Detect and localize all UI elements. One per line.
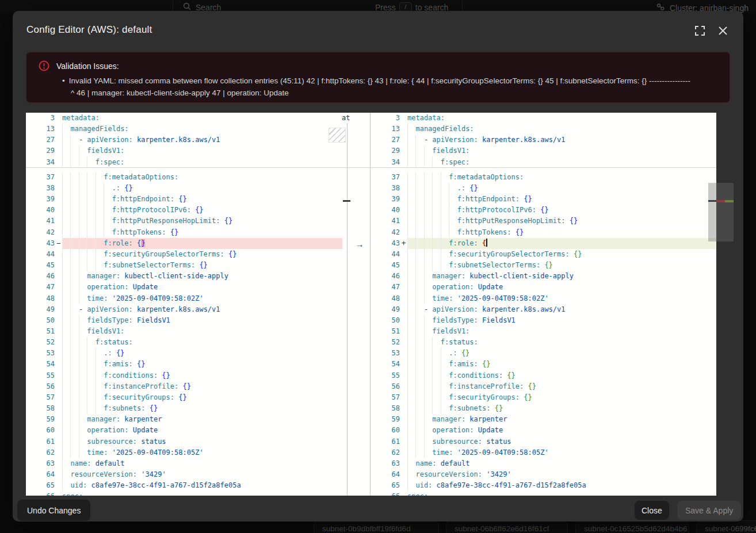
line-number: 29 xyxy=(371,145,400,156)
original-line-57[interactable]: 57f:securityGroups: {} xyxy=(26,392,342,403)
line-number: 45 xyxy=(371,260,400,271)
original-line-44[interactable]: 44f:securityGroupSelectorTerms: {} xyxy=(26,249,342,260)
original-sticky-line-29[interactable]: 29fieldsV1: xyxy=(26,145,342,156)
diff-sign xyxy=(400,282,407,293)
original-line-47[interactable]: 47operation: Update xyxy=(26,282,342,293)
line-number: 52 xyxy=(371,337,400,348)
diff-revert-arrow[interactable]: → xyxy=(347,239,372,250)
original-line-45[interactable]: 45f:subnetSelectorTerms: {} xyxy=(26,260,342,271)
original-line-40[interactable]: 40f:httpProtocolIPv6: {} xyxy=(26,205,342,216)
line-number: 41 xyxy=(26,216,55,227)
modified-line-42[interactable]: 42f:httpTokens: {} xyxy=(371,227,716,238)
diff-mark-deleted xyxy=(716,200,725,202)
modified-line-50[interactable]: 50fieldsType: FieldsV1 xyxy=(371,315,716,326)
modified-line-40[interactable]: 40f:httpProtocolIPv6: {} xyxy=(371,205,716,216)
code-text: f:conditions: {} xyxy=(62,370,342,381)
modified-line-63[interactable]: 63name: default xyxy=(371,458,716,469)
diff-gutter-border-left xyxy=(347,113,348,496)
original-line-66[interactable]: 66spec: xyxy=(26,491,342,496)
undo-changes-button[interactable]: Undo Changes xyxy=(17,500,90,521)
original-line-54[interactable]: 54f:amis: {} xyxy=(26,359,342,370)
diff-pane-original[interactable]: 3metadata:13managedFields:27- apiVersion… xyxy=(26,113,342,496)
modified-line-59[interactable]: 59manager: karpenter xyxy=(371,414,716,425)
original-line-55[interactable]: 55f:conditions: {} xyxy=(26,370,342,381)
original-line-50[interactable]: 50fieldsType: FieldsV1 xyxy=(26,315,342,326)
modified-line-57[interactable]: 57f:securityGroups: {} xyxy=(371,392,716,403)
original-line-48[interactable]: 48time: '2025-09-04T09:58:02Z' xyxy=(26,293,342,304)
original-sticky-line-13[interactable]: 13managedFields: xyxy=(26,124,342,135)
editor-scrollbar-slider[interactable] xyxy=(708,183,716,241)
fullscreen-icon[interactable] xyxy=(695,26,705,36)
original-line-61[interactable]: 61subresource: status xyxy=(26,436,342,447)
validation-message: •Invalid YAML: missed comma between flow… xyxy=(62,75,724,99)
original-sticky-line-27[interactable]: 27- apiVersion: karpenter.k8s.aws/v1 xyxy=(26,135,342,145)
modified-line-55[interactable]: 55f:conditions: {} xyxy=(371,370,716,381)
modified-line-60[interactable]: 60operation: Update xyxy=(371,425,716,436)
original-line-41[interactable]: 41f:httpPutResponseHopLimit: {} xyxy=(26,216,342,227)
modified-line-56[interactable]: 56f:instanceProfile: {} xyxy=(371,381,716,392)
modified-sticky-line-3[interactable]: 3metadata: xyxy=(371,113,716,124)
original-line-60[interactable]: 60operation: Update xyxy=(26,425,342,436)
modified-line-46[interactable]: 46manager: kubectl-client-side-apply xyxy=(371,271,716,282)
diff-gutter xyxy=(342,113,371,496)
original-line-52[interactable]: 52f:status: xyxy=(26,337,342,348)
original-line-53[interactable]: 53.: {} xyxy=(26,348,342,359)
modified-line-65[interactable]: 65uid: c8afe97e-38cc-4f91-a767-d15f2a8fe… xyxy=(371,480,716,491)
yaml-diff-editor[interactable]: 3metadata:13managedFields:27- apiVersion… xyxy=(26,113,716,496)
line-number: 56 xyxy=(371,381,400,392)
modified-line-52[interactable]: 52f:status: xyxy=(371,337,716,348)
diff-sign xyxy=(400,135,407,145)
line-number: 49 xyxy=(26,304,55,315)
diff-pane-modified[interactable]: 3metadata:13managedFields:27- apiVersion… xyxy=(371,113,716,496)
close-icon[interactable] xyxy=(718,26,728,36)
close-button[interactable]: Close xyxy=(635,501,669,520)
original-line-42[interactable]: 42f:httpTokens: {} xyxy=(26,227,342,238)
modified-line-44[interactable]: 44f:securityGroupSelectorTerms: {} xyxy=(371,249,716,260)
diff-sign xyxy=(400,359,407,370)
modified-line-47[interactable]: 47operation: Update xyxy=(371,282,716,293)
modified-line-38[interactable]: 38.: {} xyxy=(371,183,716,194)
original-line-56[interactable]: 56f:instanceProfile: {} xyxy=(26,381,342,392)
modified-line-53[interactable]: 53.: {} xyxy=(371,348,716,359)
modified-line-61[interactable]: 61subresource: status xyxy=(371,436,716,447)
original-line-51[interactable]: 51fieldsV1: xyxy=(26,326,342,337)
original-line-63[interactable]: 63name: default xyxy=(26,458,342,469)
original-line-39[interactable]: 39f:httpEndpoint: {} xyxy=(26,194,342,205)
modified-line-64[interactable]: 64resourceVersion: '3429' xyxy=(371,469,716,480)
original-line-64[interactable]: 64resourceVersion: '3429' xyxy=(26,469,342,480)
modified-line-51[interactable]: 51fieldsV1: xyxy=(371,326,716,337)
modified-sticky-line-29[interactable]: 29fieldsV1: xyxy=(371,145,716,156)
original-line-43[interactable]: 43−f:role: {} xyxy=(26,238,342,249)
modified-line-41[interactable]: 41f:httpPutResponseHopLimit: {} xyxy=(371,216,716,227)
modal-scrollbar-thumb[interactable] xyxy=(716,183,734,241)
original-sticky-line-34[interactable]: 34f:spec: xyxy=(26,157,342,168)
original-line-58[interactable]: 58f:subnets: {} xyxy=(26,403,342,414)
original-line-62[interactable]: 62time: '2025-09-04T09:58:05Z' xyxy=(26,447,342,458)
original-line-65[interactable]: 65uid: c8afe97e-38cc-4f91-a767-d15f2a8fe… xyxy=(26,480,342,491)
modified-line-39[interactable]: 39f:httpEndpoint: {} xyxy=(371,194,716,205)
diff-sign xyxy=(400,370,407,381)
collapsed-region-hatch[interactable] xyxy=(329,128,346,143)
modified-sticky-line-13[interactable]: 13managedFields: xyxy=(371,124,716,135)
original-line-46[interactable]: 46manager: kubectl-client-side-apply xyxy=(26,271,342,282)
original-line-49[interactable]: 49- apiVersion: karpenter.k8s.aws/v1 xyxy=(26,304,342,315)
modified-line-37[interactable]: 37f:metadataOptions: xyxy=(371,172,716,183)
original-line-38[interactable]: 38.: {} xyxy=(26,183,342,194)
code-text: f:amis: {} xyxy=(62,359,342,370)
original-line-37[interactable]: 37f:metadataOptions: xyxy=(26,172,342,183)
modified-line-45[interactable]: 45f:subnetSelectorTerms: {} xyxy=(371,260,716,271)
modified-line-48[interactable]: 48time: '2025-09-04T09:58:02Z' xyxy=(371,293,716,304)
modified-sticky-line-34[interactable]: 34f:spec: xyxy=(371,157,716,168)
modified-line-54[interactable]: 54f:amis: {} xyxy=(371,359,716,370)
validation-line-1: Invalid YAML: missed comma between flow … xyxy=(69,76,690,85)
modified-line-66[interactable]: 66spec: xyxy=(371,491,716,496)
modified-line-62[interactable]: 62time: '2025-09-04T09:58:05Z' xyxy=(371,447,716,458)
original-sticky-line-3[interactable]: 3metadata: xyxy=(26,113,342,124)
modified-line-43[interactable]: 43+f:role: { xyxy=(371,238,716,249)
modified-line-49[interactable]: 49- apiVersion: karpenter.k8s.aws/v1 xyxy=(371,304,716,315)
original-line-59[interactable]: 59manager: karpenter xyxy=(26,414,342,425)
save-apply-button[interactable]: Save & Apply xyxy=(677,501,741,520)
code-text: operation: Update xyxy=(62,282,342,293)
modified-sticky-line-27[interactable]: 27- apiVersion: karpenter.k8s.aws/v1 xyxy=(371,135,716,145)
modified-line-58[interactable]: 58f:subnets: {} xyxy=(371,403,716,414)
